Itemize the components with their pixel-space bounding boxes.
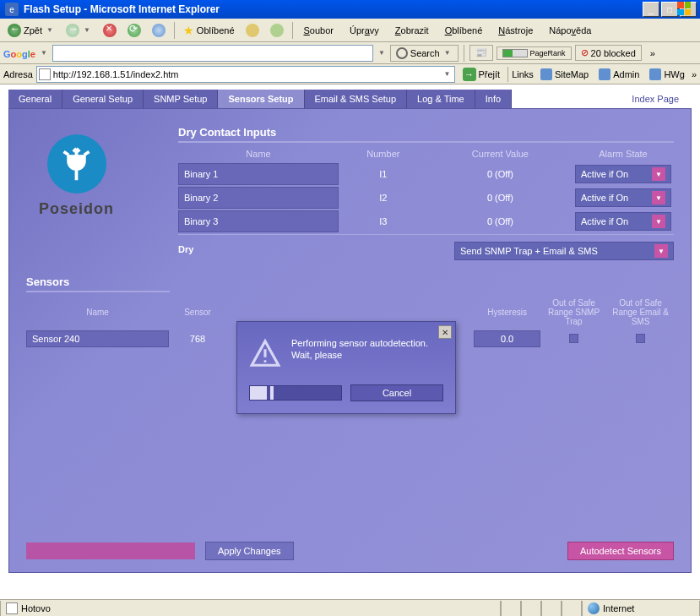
email-sms-checkbox[interactable] (636, 334, 645, 343)
warning-icon (249, 337, 281, 371)
menu-favorites[interactable]: Oblíbené (438, 24, 490, 37)
cancel-button[interactable]: Cancel (350, 384, 443, 401)
go-label: Přejít (479, 69, 501, 79)
link-admin[interactable]: Admin (595, 67, 643, 82)
sensor-name-field[interactable]: Sensor 240 (26, 330, 169, 347)
autodetect-sensors-button[interactable]: Autodetect Sensors (567, 542, 674, 560)
tab-log-time[interactable]: Log & Time (407, 90, 475, 108)
nav-toolbar: Zpět ▼ ▼ ★ Oblíbené Soubor Úpravy Zobraz… (0, 19, 700, 42)
menu-edit[interactable]: Úpravy (343, 24, 386, 37)
security-zone: Internet (582, 601, 700, 616)
logo-text: Poseidon (39, 200, 114, 218)
tab-row: General General Setup SNMP Setup Sensors… (8, 90, 692, 108)
pagerank-button[interactable]: PageRank (497, 46, 572, 60)
alarm-state-select[interactable]: Active if On▼ (575, 188, 671, 207)
address-field-wrapper: ▼ (36, 66, 455, 83)
sensors-title: Sensors (26, 275, 170, 292)
chevron-down-icon[interactable]: ▼ (39, 49, 49, 57)
media-button[interactable] (266, 21, 288, 40)
favorites-button[interactable]: ★ Oblíbené (179, 21, 239, 40)
poseidon-logo-icon (47, 134, 106, 194)
input-number: I2 (339, 187, 428, 209)
history-button[interactable] (241, 21, 263, 40)
tab-general[interactable]: General (8, 90, 62, 108)
status-pane (501, 601, 521, 616)
popup-blocker-button[interactable]: ⊘ 20 blocked (575, 45, 642, 61)
tab-sensors-setup[interactable]: Sensors Setup (218, 90, 304, 108)
links-label: Links (512, 69, 534, 79)
chevron-down-icon: ▼ (652, 167, 665, 181)
link-hwg[interactable]: HWg (646, 67, 687, 82)
link-icon (540, 68, 552, 80)
col-snmp-trap: Out of Safe Range SNMP Trap (540, 296, 607, 329)
col-number: Number (339, 146, 428, 161)
google-logo: Google (3, 46, 35, 60)
chevron-down-icon: ▼ (652, 215, 665, 228)
input-number: I1 (339, 163, 428, 185)
google-search-button[interactable]: Search ▼ (390, 45, 459, 62)
input-name-field[interactable]: Binary 1 (178, 163, 339, 185)
google-news-button[interactable]: 📰 (469, 45, 493, 61)
chevron-down-icon[interactable]: ▼ (442, 70, 453, 78)
windows-flag-icon (671, 0, 697, 17)
alarm-action-select[interactable]: Send SNMP Trap + Email & SMS▼ (454, 242, 674, 260)
svg-point-1 (263, 360, 266, 363)
pagerank-label: PageRank (530, 49, 566, 57)
autodetect-modal: ✕ Performing sensor autodetection. Wait,… (236, 321, 456, 414)
ie-icon: e (5, 3, 19, 16)
status-bar: Hotovo Internet (0, 599, 700, 616)
link-icon (599, 68, 610, 80)
menu-tools[interactable]: Nástroje (491, 24, 540, 37)
status-pane (521, 601, 541, 616)
input-name-field[interactable]: Binary 3 (178, 210, 339, 232)
alarm-state-select[interactable]: Active if On▼ (575, 165, 671, 183)
minimize-button[interactable]: _ (643, 2, 659, 17)
page-icon (6, 602, 18, 614)
star-icon: ★ (183, 24, 194, 37)
status-pane (562, 601, 582, 616)
chevron-down-icon: ▼ (45, 26, 55, 34)
tab-general-setup[interactable]: General Setup (62, 90, 144, 108)
back-button[interactable]: Zpět ▼ (3, 21, 59, 40)
dry-sub-label: Dry (178, 244, 193, 254)
address-bar: Adresa ▼ → Přejít Links SiteMap Admin HW… (0, 64, 700, 84)
col-alarm-state: Alarm State (572, 146, 674, 161)
address-input[interactable] (53, 69, 442, 79)
input-name-field[interactable]: Binary 2 (178, 187, 339, 209)
apply-changes-button[interactable]: Apply Changes (205, 542, 294, 560)
col-sensor: Sensor (169, 296, 226, 329)
google-search-input[interactable] (52, 45, 373, 62)
forward-button[interactable]: ▼ (62, 21, 96, 40)
snmp-trap-checkbox[interactable] (569, 334, 578, 343)
search-label: Search (410, 48, 440, 58)
modal-close-button[interactable]: ✕ (438, 325, 452, 339)
dry-contact-section: Dry Contact Inputs Name Number Current V… (178, 126, 674, 260)
link-sitemap[interactable]: SiteMap (537, 67, 592, 82)
index-page-link[interactable]: Index Page (619, 90, 692, 108)
menu-view[interactable]: Zobrazit (388, 24, 436, 37)
page-content: General General Setup SNMP Setup Sensors… (0, 84, 700, 601)
more-icon[interactable]: » (692, 69, 697, 79)
home-icon (152, 24, 166, 37)
refresh-button[interactable] (123, 21, 145, 40)
home-button[interactable] (148, 21, 170, 40)
hysteresis-field[interactable]: 0.0 (474, 330, 540, 347)
tab-info[interactable]: Info (475, 90, 512, 108)
alarm-state-select[interactable]: Active if On▼ (575, 212, 671, 231)
window-titlebar: e Flash Setup - Microsoft Internet Explo… (0, 0, 700, 19)
col-current-value: Current Value (428, 146, 572, 161)
tab-email-sms-setup[interactable]: Email & SMS Setup (305, 90, 408, 108)
go-button[interactable]: → Přejít (459, 65, 505, 84)
google-toolbar: Google ▼ ▼ Search ▼ 📰 PageRank ⊘ 20 bloc… (0, 42, 700, 64)
stop-icon (103, 24, 117, 37)
page-icon (39, 68, 51, 80)
menu-help[interactable]: Nápověda (542, 24, 598, 37)
menu-file[interactable]: Soubor (297, 24, 340, 37)
tab-snmp-setup[interactable]: SNMP Setup (144, 90, 218, 108)
dry-contact-title: Dry Contact Inputs (178, 126, 674, 143)
stop-button[interactable] (99, 21, 121, 40)
link-icon (649, 68, 661, 80)
input-value: 0 (Off) (428, 187, 572, 209)
chevron-down-icon[interactable]: ▼ (377, 49, 387, 57)
more-icon[interactable]: » (645, 48, 660, 58)
